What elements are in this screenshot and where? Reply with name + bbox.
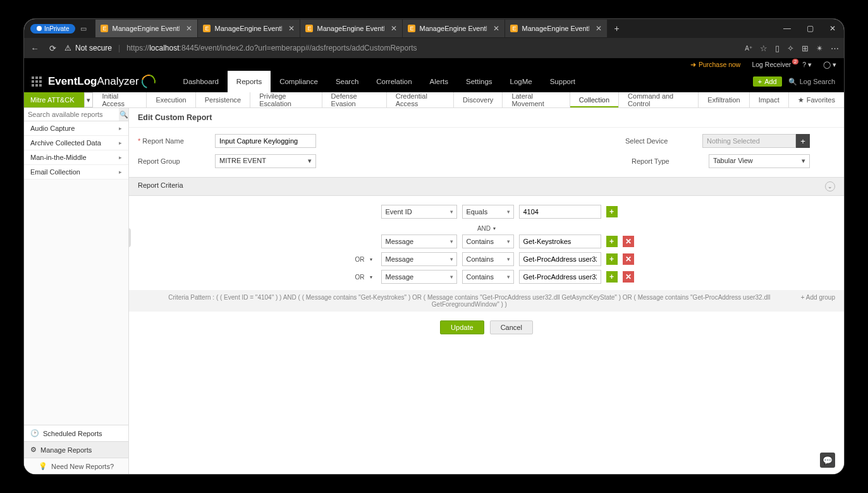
sidebar-item[interactable]: Archive Collected Data▸ (24, 136, 128, 150)
need-reports-link[interactable]: 💡 Need New Reports? (24, 458, 128, 474)
remove-criteria-button[interactable]: ✕ (623, 236, 634, 247)
subnav-privilege-escalation[interactable]: Privilege Escalation (250, 92, 322, 107)
chevron-down-icon[interactable]: ▾ (370, 257, 376, 262)
subnav-defense-evasion[interactable]: Defense Evasion (322, 92, 387, 107)
back-icon[interactable]: ← (29, 44, 40, 53)
add-criteria-button[interactable]: + (606, 271, 618, 283)
nav-alerts[interactable]: Alerts (421, 71, 457, 92)
criteria-value-input[interactable] (519, 270, 601, 284)
url-display[interactable]: https://localhost:8445/event/index2.do?u… (126, 44, 738, 52)
subnav-discovery[interactable]: Discovery (454, 92, 503, 107)
nav-settings[interactable]: Settings (457, 71, 501, 92)
security-indicator[interactable]: ⚠ Not secure (64, 44, 112, 52)
scheduled-reports-link[interactable]: 🕑 Scheduled Reports (24, 425, 128, 441)
collapse-icon[interactable]: ⌄ (825, 181, 835, 192)
nav-reports[interactable]: Reports (228, 71, 271, 92)
update-button[interactable]: Update (440, 320, 484, 334)
subnav-lateral-movement[interactable]: Lateral Movement (503, 92, 570, 107)
nav-correlation[interactable]: Correlation (367, 71, 420, 92)
nav-search[interactable]: Search (327, 71, 367, 92)
new-tab-button[interactable]: + (608, 23, 625, 33)
sidebar-item[interactable]: Man-in-the-Middle▸ (24, 150, 128, 165)
subnav-exfiltration[interactable]: Exfiltration (699, 92, 749, 107)
add-button[interactable]: + Add (753, 76, 782, 87)
tab-overview-icon[interactable]: ▭ (80, 25, 90, 33)
collections-icon[interactable]: ✧ (787, 44, 794, 53)
add-device-button[interactable]: + (796, 134, 810, 148)
tab-close-icon[interactable]: ✕ (388, 24, 397, 33)
menu-icon[interactable]: ⋯ (831, 44, 839, 53)
add-criteria-button[interactable]: + (606, 236, 618, 247)
subnav-impact[interactable]: Impact (750, 92, 789, 107)
report-group-select[interactable]: MITRE EVENT (215, 154, 316, 168)
chevron-down-icon[interactable]: ▾ (370, 274, 376, 280)
report-name-input[interactable] (215, 134, 316, 148)
log-search-link[interactable]: 🔍 Log Search (788, 78, 835, 86)
refresh-icon[interactable]: ⟳ (47, 44, 58, 53)
subnav-persistence[interactable]: Persistence (196, 92, 250, 107)
or-label[interactable]: OR (339, 274, 365, 281)
browser-tab[interactable]: EManageEngine Eventlog Analyze✕ (505, 20, 608, 37)
or-label[interactable]: OR (339, 256, 365, 263)
subnav-initial-access[interactable]: Initial Access (93, 92, 147, 107)
criteria-op-select[interactable]: Contains (462, 234, 514, 248)
sidebar-drag-handle[interactable] (129, 228, 131, 247)
nav-compliance[interactable]: Compliance (271, 71, 327, 92)
remove-criteria-button[interactable]: ✕ (623, 271, 634, 283)
favorite-icon[interactable]: ☆ (760, 44, 767, 53)
select-device-input[interactable] (702, 134, 796, 148)
text-size-icon[interactable]: A⁺ (745, 45, 752, 52)
cancel-button[interactable]: Cancel (490, 320, 533, 334)
window-min-icon[interactable]: — (776, 24, 798, 33)
browser-tab[interactable]: EManageEngine Eventlog Analyze✕ (198, 20, 300, 37)
split-icon[interactable]: ▯ (775, 44, 779, 53)
tab-close-icon[interactable]: ✕ (593, 24, 602, 33)
browser-tab[interactable]: EManageEngine Eventlog Analyze✕ (300, 20, 403, 37)
report-type-select[interactable]: Tabular View (709, 154, 810, 168)
subnav-credential-access[interactable]: Credential Access (387, 92, 454, 107)
help-icon[interactable]: ? ▾ (802, 61, 812, 68)
search-icon[interactable]: 🔍 (119, 108, 128, 121)
add-group-button[interactable]: + Add group (801, 294, 835, 308)
favorites-link[interactable]: ★ Favorites (789, 92, 844, 107)
tab-close-icon[interactable]: ✕ (183, 24, 192, 33)
remove-criteria-button[interactable]: ✕ (623, 253, 634, 265)
user-icon[interactable]: ◯ ▾ (823, 61, 836, 68)
criteria-field-select[interactable]: Message (381, 270, 457, 284)
extensions-icon[interactable]: ⊞ (802, 44, 809, 53)
criteria-value-input[interactable] (519, 234, 601, 248)
criteria-value-input[interactable] (519, 252, 601, 266)
tab-close-icon[interactable]: ✕ (286, 24, 295, 33)
window-close-icon[interactable]: ✕ (821, 24, 844, 33)
criteria-op-select[interactable]: Contains (462, 252, 514, 266)
purchase-link[interactable]: ➜ Purchase now (690, 61, 741, 68)
criteria-op-select[interactable]: Contains (462, 270, 514, 284)
tab-close-icon[interactable]: ✕ (491, 24, 499, 33)
subnav-execution[interactable]: Execution (147, 92, 195, 107)
nav-dashboard[interactable]: Dashboard (174, 71, 228, 92)
subnav-command-and-control[interactable]: Command and Control (619, 92, 699, 107)
app-grid-icon[interactable] (32, 76, 42, 87)
browser-tab[interactable]: EManageEngine Eventlog Analyze✕ (403, 20, 505, 37)
criteria-field-select[interactable]: Message (381, 252, 457, 266)
sidebar-item[interactable]: Email Collection▸ (24, 165, 128, 180)
and-separator[interactable]: AND ▾ (138, 222, 835, 234)
nav-support[interactable]: Support (541, 71, 584, 92)
add-criteria-button[interactable]: + (606, 253, 618, 265)
criteria-field-select[interactable]: Event ID (381, 205, 457, 219)
feedback-icon[interactable]: 💬 (820, 453, 835, 468)
sidebar-item[interactable]: Audio Capture▸ (24, 121, 128, 136)
add-criteria-button[interactable]: + (606, 206, 618, 217)
criteria-field-select[interactable]: Message (381, 234, 457, 248)
browser-tab[interactable]: EManageEngine Eventlog Analyze✕ (95, 20, 198, 37)
sidebar-search-input[interactable] (24, 108, 119, 121)
window-max-icon[interactable]: ▢ (798, 24, 821, 33)
criteria-value-input[interactable] (519, 205, 601, 219)
manage-reports-link[interactable]: ⚙ Manage Reports (24, 441, 128, 458)
log-receiver-link[interactable]: Log Receiver2 (752, 61, 791, 68)
subnav-collection[interactable]: Collection (570, 92, 619, 107)
criteria-op-select[interactable]: Equals (462, 205, 514, 219)
copilot-icon[interactable]: ✴ (816, 44, 823, 53)
mitre-dropdown[interactable]: Mitre ATT&CK ▾ (24, 92, 93, 107)
nav-logme[interactable]: LogMe (501, 71, 541, 92)
